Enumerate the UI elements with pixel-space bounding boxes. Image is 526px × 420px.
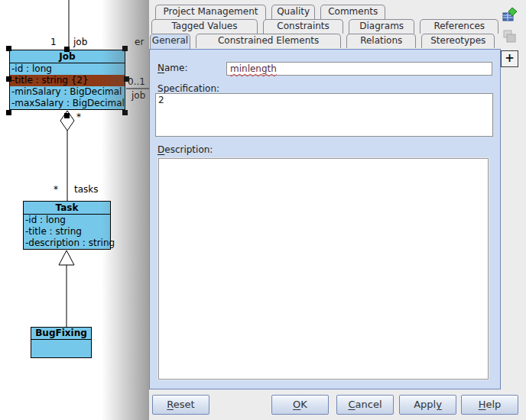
apply-button[interactable]: Apply xyxy=(399,395,456,415)
class-bugfixing[interactable]: BugFixing xyxy=(31,327,92,358)
multiplicity-star-tasks[interactable]: * xyxy=(54,184,58,195)
dialog-button-bar: Reset OK Cancel Apply Help xyxy=(149,391,526,420)
tab-quality[interactable]: Quality xyxy=(271,5,315,19)
description-textarea[interactable] xyxy=(158,158,489,380)
class-bugfixing-name: BugFixing xyxy=(31,328,91,340)
description-label: Description: xyxy=(157,144,213,155)
ok-button[interactable]: OK xyxy=(271,395,329,415)
new-tagged-value-icon[interactable] xyxy=(502,7,518,22)
cancel-button[interactable]: Cancel xyxy=(336,395,394,415)
tab-constrained-elements[interactable]: Constrained Elements xyxy=(196,34,341,48)
class-task-name: Task xyxy=(24,202,110,215)
attribute-id[interactable]: -id : long xyxy=(10,63,125,75)
role-label-job[interactable]: job xyxy=(73,37,87,47)
app-window: 1 job er 0..1 job * * tasks Job -id : lo… xyxy=(0,0,526,420)
tab-relations[interactable]: Relations xyxy=(346,34,416,48)
selection-handle[interactable] xyxy=(6,46,11,51)
name-label: Name: xyxy=(157,63,187,73)
tab-project-management[interactable]: Project Management xyxy=(155,5,266,19)
specification-label: Specification: xyxy=(157,83,219,94)
attribute-id[interactable]: -id : long xyxy=(24,215,110,226)
attribute-maxsalary[interactable]: -maxSalary : BigDecimal xyxy=(10,98,125,109)
tab-constraints[interactable]: Constraints xyxy=(263,19,343,34)
multiplicity-label[interactable]: 1 xyxy=(50,37,57,47)
diagram-canvas[interactable]: 1 job er 0..1 job * * tasks Job -id : lo… xyxy=(0,0,149,420)
help-button[interactable]: Help xyxy=(461,395,518,415)
name-input[interactable]: minlength xyxy=(226,62,492,76)
tab-comments[interactable]: Comments xyxy=(320,5,385,19)
tab-general[interactable]: General xyxy=(150,34,190,49)
name-input-value: minlength xyxy=(230,63,277,74)
generalization-triangle-icon xyxy=(59,250,74,265)
selection-handle[interactable] xyxy=(122,46,128,51)
class-job-name: Job xyxy=(10,50,125,63)
attribute-description[interactable]: -description : string xyxy=(24,237,110,249)
attribute-title[interactable]: -title : string xyxy=(24,226,110,237)
role-label-tasks[interactable]: tasks xyxy=(74,184,99,195)
tab-references[interactable]: References xyxy=(420,19,498,34)
selection-handle[interactable] xyxy=(64,47,70,52)
selection-handle[interactable] xyxy=(124,76,129,82)
tab-diagrams[interactable]: Diagrams xyxy=(349,19,414,34)
class-task[interactable]: Task -id : long -title : string -descrip… xyxy=(23,201,111,250)
delete-disabled-icon[interactable] xyxy=(502,29,518,44)
reset-button[interactable]: Reset xyxy=(152,395,209,415)
multiplicity-star-aggregation[interactable]: * xyxy=(76,111,81,122)
general-pane: Name: minlength Specification: 2 Descrip… xyxy=(149,49,501,389)
selection-handle[interactable] xyxy=(64,113,70,118)
multiplicity-label-0-1[interactable]: 0..1 xyxy=(128,76,145,87)
attribute-title-highlighted[interactable]: -title : string {2} xyxy=(10,75,125,86)
expand-button[interactable]: + xyxy=(501,50,518,67)
tab-tagged-values[interactable]: Tagged Values xyxy=(151,19,258,34)
attribute-minsalary[interactable]: -minSalary : BigDecimal xyxy=(10,86,125,98)
selection-handle[interactable] xyxy=(6,76,11,82)
selection-handle[interactable] xyxy=(122,110,128,115)
tab-stereotypes[interactable]: Stereotypes xyxy=(421,34,495,48)
specification-textarea[interactable]: 2 xyxy=(155,93,493,137)
dialog-tabs: Project Management Quality Comments Tagg… xyxy=(149,5,501,48)
role-label-employer-clipped[interactable]: er xyxy=(135,37,144,47)
selection-handle[interactable] xyxy=(6,110,11,115)
class-job[interactable]: Job -id : long -title : string {2} -minS… xyxy=(9,50,125,110)
role-label-job-right[interactable]: job xyxy=(132,90,145,101)
